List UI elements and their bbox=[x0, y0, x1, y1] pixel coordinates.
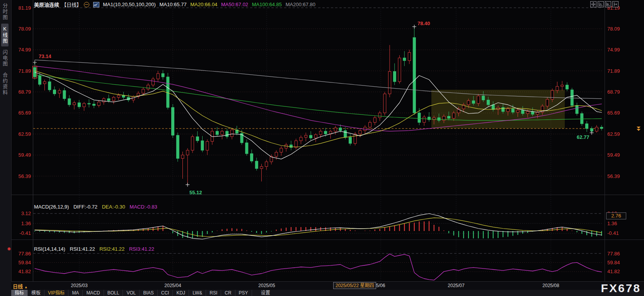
pan-icon[interactable] bbox=[590, 1, 596, 7]
axis-left-main-6: 62.59 bbox=[18, 131, 31, 137]
axis-left-rsi-1: 59.84 bbox=[18, 260, 31, 265]
toolbar-item-1[interactable]: 模板 bbox=[28, 290, 44, 296]
macd-diff-value: DIFF:-0.72 bbox=[73, 204, 97, 210]
last-low-annotation: 62.77 bbox=[577, 134, 589, 140]
toolbar-item-12[interactable]: CR bbox=[221, 290, 235, 296]
axis-left-main-8: 56.39 bbox=[18, 173, 31, 179]
axis-right-main-7: 59.49 bbox=[607, 152, 620, 158]
toolbar-item-7[interactable]: BIAS bbox=[140, 290, 157, 296]
axis-left-main-4: 68.79 bbox=[18, 89, 31, 95]
first-high-annotation: 73.14 bbox=[39, 53, 51, 59]
axis-right-main-8: 56.39 bbox=[607, 173, 620, 179]
toolbar-item-5[interactable]: BOLL bbox=[104, 290, 123, 296]
dropdown-up-icon: ▲ bbox=[24, 285, 28, 289]
toolbar-item-11[interactable]: RSI bbox=[206, 290, 221, 296]
shift-right-icon[interactable] bbox=[612, 1, 618, 7]
macd-legend: MACD(26,12,9) DIFF:-0.72 DEA:-0.30 MACD:… bbox=[34, 204, 160, 210]
date-label-2025-08: 2025/08 bbox=[542, 283, 559, 288]
ma10-value: MA10:65.77 bbox=[160, 2, 187, 7]
axis-right-main-4: 68.79 bbox=[607, 89, 620, 95]
cursor-date-badge: 2025/05/22 星期四 bbox=[333, 282, 376, 289]
axis-right-rsi-2: 41.82 bbox=[607, 269, 620, 274]
axis-right-macd-1: 1.36 bbox=[607, 221, 617, 226]
toolbar-item-14[interactable]: 设置 bbox=[257, 290, 274, 296]
axis-left-macd-2: -0.41 bbox=[19, 230, 31, 236]
rsi3-value: RSI3:41.22 bbox=[129, 246, 154, 252]
crash-low-cross-icon bbox=[186, 183, 189, 186]
ma-group-label: MA1(10,20,50,100,200) bbox=[103, 2, 156, 7]
ma20-value: MA20:66.04 bbox=[190, 2, 217, 7]
macd-diff-line bbox=[35, 214, 601, 239]
chart-header: 美原油连续【日线】 MA1(10,20,50,100,200) MA10:65.… bbox=[34, 1, 318, 8]
zoom-axis-right-icon[interactable] bbox=[605, 1, 611, 7]
sidebar-tab-3[interactable]: 合约资料 bbox=[1, 70, 9, 98]
date-label-2025-05: 2025/05 bbox=[258, 283, 275, 288]
toolbar-item-0[interactable]: 指标 bbox=[11, 290, 28, 296]
period-label: 【日线】 bbox=[61, 2, 82, 8]
toolbar-item-4[interactable]: MACD bbox=[83, 290, 104, 296]
axis-left-macd-1: 1.36 bbox=[21, 221, 31, 226]
axis-right-rsi-1: 59.84 bbox=[607, 260, 620, 265]
symbol-title: 美原油连续 bbox=[34, 2, 59, 8]
rsi-params: RSI(14,14,14) bbox=[34, 246, 65, 252]
period-selector[interactable]: 日线 ▲ bbox=[13, 282, 28, 290]
watermark: FX678 bbox=[601, 281, 641, 295]
date-label-2025-04: 2025/04 bbox=[164, 283, 181, 288]
ma50-value: MA50:67.02 bbox=[221, 2, 248, 7]
toolbar-item-9[interactable]: KDJ bbox=[173, 290, 189, 296]
axis-left-main-1: 78.09 bbox=[18, 26, 31, 32]
last-low-cross-icon bbox=[590, 131, 594, 135]
chart-type-icon[interactable] bbox=[93, 2, 99, 7]
macd-macd-value: MACD:-0.83 bbox=[129, 204, 157, 210]
indicator-toolbar: 指标模板VIP指标MAMACDBOLLVOLBIASCCIKDJLW&RSICR… bbox=[11, 290, 644, 296]
sidebar-tab-0[interactable]: 分时图 bbox=[1, 1, 9, 23]
date-label-2025-03: 2025/03 bbox=[71, 283, 87, 288]
axis-left-macd-0: 3.12 bbox=[21, 210, 31, 216]
axis-right-main-3: 71.89 bbox=[607, 68, 620, 74]
first-high-cross-icon bbox=[33, 60, 37, 64]
date-label-partial: 5/06 bbox=[376, 283, 385, 288]
ma200-value: MA200:67.80 bbox=[286, 2, 315, 7]
spike-high-cross-icon bbox=[412, 25, 416, 29]
toolbar-item-3[interactable]: MA bbox=[68, 290, 83, 296]
macd-dea-value: DEA:-0.30 bbox=[102, 204, 125, 210]
axis-left-main-7: 59.49 bbox=[18, 152, 31, 158]
macd-params: MACD(26,12,9) bbox=[34, 204, 69, 210]
macd-cursor-value-badge: 2.76 bbox=[606, 212, 626, 219]
date-axis-row: 日线 ▲ 2025/05/22 星期四 5/06 2025/032025/042… bbox=[11, 281, 644, 290]
rsi1-value: RSI1:41.22 bbox=[70, 246, 95, 252]
axis-right-macd-2: -0.41 bbox=[607, 230, 619, 236]
axis-left-main-0: 81.19 bbox=[18, 5, 31, 11]
collapse-icon[interactable] bbox=[84, 2, 89, 7]
chart-tool-icons bbox=[590, 1, 618, 7]
axis-right-rsi-0: 77.86 bbox=[607, 251, 620, 257]
toolbar-item-10[interactable]: LW& bbox=[189, 290, 206, 296]
axis-left-rsi-0: 77.86 bbox=[18, 251, 31, 257]
ma100-value: MA100:64.85 bbox=[252, 2, 282, 7]
axis-left-main-2: 74.99 bbox=[18, 47, 31, 53]
date-label-2025-07: 2025/07 bbox=[448, 283, 464, 288]
axis-left-main-5: 65.69 bbox=[18, 110, 31, 116]
spike-high-annotation: 78.40 bbox=[417, 21, 430, 26]
axis-left-main-3: 71.89 bbox=[18, 68, 31, 74]
axis-right-main-2: 74.99 bbox=[607, 47, 620, 53]
toolbar-item-6[interactable]: VOL bbox=[123, 290, 140, 296]
trading-app-window: 81.1981.1978.0978.0974.9974.9971.8971.89… bbox=[0, 0, 644, 296]
crash-low-annotation: 55.12 bbox=[189, 190, 202, 195]
zoom-axis-left-icon[interactable] bbox=[598, 1, 604, 7]
toolbar-item-2[interactable]: VIP指标 bbox=[44, 290, 68, 296]
sidebar-tab-2[interactable]: 闪电图 bbox=[1, 47, 9, 69]
rsi-legend: RSI(14,14,14) RSI1:41.22 RSI2:41.22 RSI3… bbox=[34, 246, 157, 252]
axis-right-main-6: 62.59 bbox=[607, 131, 620, 137]
rsi2-value: RSI2:41.22 bbox=[99, 246, 124, 252]
axis-left-rsi-2: 41.82 bbox=[18, 269, 31, 274]
axis-right-main-1: 78.09 bbox=[607, 26, 620, 32]
toolbar-item-8[interactable]: CCI bbox=[158, 290, 173, 296]
indicator-settings-icon[interactable]: ✹ bbox=[7, 246, 11, 252]
last-price-marker-icon bbox=[637, 127, 641, 131]
sidebar-tab-1[interactable]: K线图 bbox=[1, 24, 9, 46]
axis-right-main-5: 65.69 bbox=[607, 110, 620, 116]
rsi-line bbox=[35, 254, 601, 280]
macd-dea-line bbox=[35, 218, 601, 237]
toolbar-item-13[interactable]: PSY bbox=[235, 290, 252, 296]
